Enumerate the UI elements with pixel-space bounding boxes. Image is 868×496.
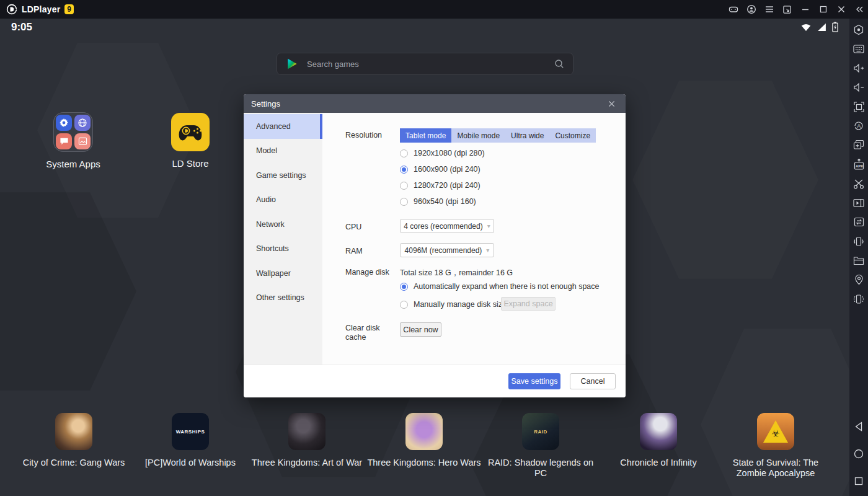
ld-store-app[interactable]: LD Store [144,113,237,169]
ram-dropdown[interactable]: 4096M (recommended) ▾ [400,243,494,257]
folder-tile[interactable] [53,112,93,152]
system-apps-folder[interactable]: System Apps [27,112,120,169]
chevron-down-icon: ▾ [487,223,490,229]
shared-folder-icon[interactable] [852,254,866,267]
tab-customize[interactable]: Customize [549,128,596,143]
window-titlebar: LDPlayer 9 [0,0,868,19]
android-nav-buttons [852,420,865,496]
hexagon-decoration [632,74,818,285]
fullscreen-icon[interactable] [852,100,866,113]
nav-item-other-settings[interactable]: Other settings [244,286,322,311]
gamepad-store-icon [177,122,204,142]
radio-icon[interactable] [400,198,408,206]
radio-icon[interactable] [400,149,408,157]
settings-app-icon [56,115,72,131]
back-button[interactable] [852,420,865,433]
save-settings-button[interactable]: Save settings [508,373,560,389]
tab-ultra-wide[interactable]: Ultra wide [505,128,549,143]
radio-icon[interactable] [400,182,408,190]
collapse-toolbar-icon[interactable] [850,0,868,19]
resolution-option-1600[interactable]: 1600x900 (dpi 240) [400,165,480,174]
biohazard-sign: ☣ [763,420,788,443]
game-label: [PC]World of Warships [145,458,236,468]
cpu-dropdown[interactable]: 4 cores (recommended) ▾ [400,219,494,233]
maximize-icon[interactable] [814,0,832,19]
volume-down-icon[interactable] [852,81,866,94]
game-icon-hero-wars[interactable] [405,413,443,450]
nav-item-advanced[interactable]: Advanced [244,114,322,139]
rotate-device-icon[interactable] [852,292,866,306]
virtual-gps-icon[interactable] [852,273,866,286]
search-bar[interactable]: Search games [277,53,574,75]
dialog-close-icon[interactable] [604,97,618,110]
game-icon-world-of-warships[interactable]: WARSHIPS [172,413,209,450]
dialog-title: Settings [251,99,280,108]
expand-space-button[interactable]: Expand space [501,297,556,311]
game-icon-raid[interactable]: RAID [522,413,559,450]
nav-item-network[interactable]: Network [244,212,322,237]
disk-manual-option[interactable]: Manually manage disk size [400,300,507,309]
radio-icon[interactable] [400,301,408,309]
resolution-option-1280[interactable]: 1280x720 (dpi 240) [400,181,480,190]
svg-text:A: A [857,123,861,129]
resolution-option-960[interactable]: 960x540 (dpi 160) [400,197,476,206]
home-button[interactable] [852,448,865,460]
volume-up-icon[interactable] [852,61,866,75]
dialog-body: Advanced Model Game settings Audio Netwo… [244,113,626,365]
game-icon-city-of-crime[interactable] [55,413,92,450]
game-label: RAID: Shadow legends on PC [482,458,599,479]
game-icon-art-of-war[interactable] [288,413,326,450]
folder-label: System Apps [46,159,100,169]
install-apk-icon[interactable]: APK [852,157,866,171]
dock-item-city-of-crime[interactable]: City of Crime: Gang Wars [16,413,132,468]
game-icon-state-of-survival[interactable]: ☣ [757,413,794,450]
dock-item-world-of-warships[interactable]: WARSHIPS [PC]World of Warships [132,413,249,468]
dock-item-three-kingdoms-art-of-war[interactable]: Three Kingdoms: Art of War [249,413,365,468]
nav-item-shortcuts[interactable]: Shortcuts [244,237,322,262]
radio-selected-icon[interactable] [400,166,408,174]
tab-mobile-mode[interactable]: Mobile mode [451,128,505,143]
chevron-down-icon: ▾ [486,247,489,254]
game-icon-chronicle-of-infinity[interactable] [640,413,677,450]
rotate-screen-icon[interactable]: A [852,119,866,133]
close-icon[interactable] [832,0,850,19]
screen-record-icon[interactable] [852,196,866,210]
android-statusbar: 9:05 [0,19,849,36]
search-icon[interactable] [554,59,564,69]
dock-item-chronicle-of-infinity[interactable]: Chronicle of Infinity [600,413,717,468]
keyboard-icon[interactable] [852,42,866,56]
nav-item-wallpaper[interactable]: Wallpaper [244,261,322,286]
operation-sync-icon[interactable] [852,215,866,229]
tab-tablet-mode[interactable]: Tablet mode [400,128,451,143]
game-label: Chronicle of Infinity [620,458,696,468]
minimize-to-tray-icon[interactable] [778,0,796,19]
game-label: Three Kingdoms: Hero Wars [367,458,480,468]
ram-label: RAM [345,247,363,255]
ld-store-label: LD Store [172,158,208,169]
minimize-icon[interactable] [796,0,814,19]
radio-selected-icon[interactable] [400,283,408,291]
multi-instance-icon[interactable] [852,138,866,152]
cancel-button[interactable]: Cancel [570,373,616,389]
dock-item-raid-shadow-legends[interactable]: RAID RAID: Shadow legends on PC [482,413,599,479]
screenshot-scissors-icon[interactable] [852,177,866,190]
menu-icon[interactable] [760,0,778,19]
resolution-option-1920[interactable]: 1920x1080 (dpi 280) [400,149,485,157]
dock-item-three-kingdoms-hero-wars[interactable]: Three Kingdoms: Hero Wars [366,413,482,468]
gallery-app-icon [74,133,91,149]
nav-item-model[interactable]: Model [244,139,322,164]
game-label: City of Crime: Gang Wars [23,458,125,468]
dialog-header[interactable]: Settings [244,94,626,113]
clear-now-button[interactable]: Clear now [400,322,441,337]
gamepad-icon[interactable] [724,0,742,19]
manage-disk-label: Manage disk [345,268,389,277]
nav-item-audio[interactable]: Audio [244,188,322,213]
account-icon[interactable] [742,0,760,19]
disk-auto-option[interactable]: Automatically expand when there is not e… [400,282,600,291]
dock-item-state-of-survival[interactable]: ☣ State of Survival: The Zombie Apocalyp… [717,413,834,479]
recents-button[interactable] [852,475,865,487]
shake-icon[interactable] [852,234,866,248]
nav-item-game-settings[interactable]: Game settings [244,163,322,188]
operation-mode-icon[interactable] [852,23,866,37]
ld-store-tile[interactable] [171,113,210,151]
